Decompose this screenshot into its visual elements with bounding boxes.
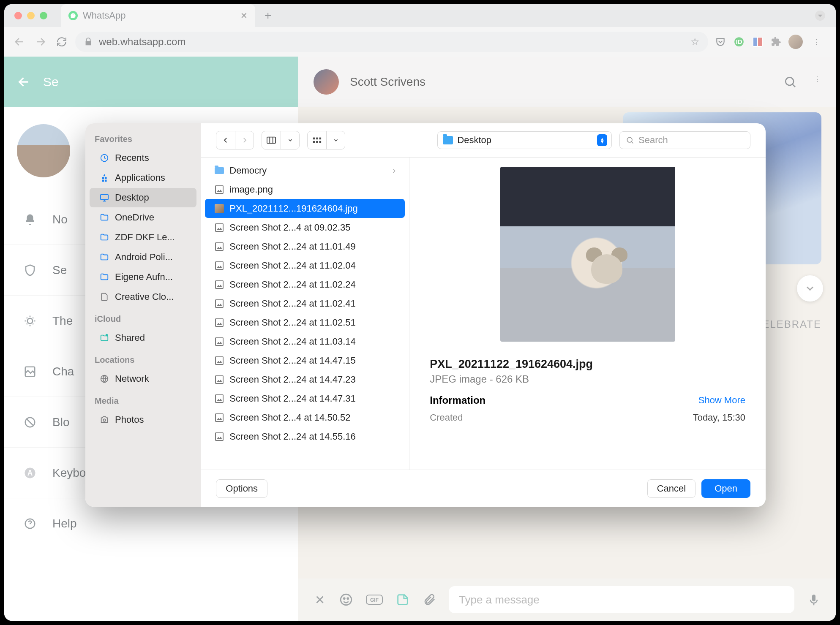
pocket-icon[interactable] xyxy=(714,35,727,48)
search-icon[interactable] xyxy=(783,75,797,89)
file-name: PXL_2021112...191624604.jpg xyxy=(229,203,357,214)
image-file-icon xyxy=(215,185,224,194)
file-row[interactable]: Screen Shot 2...24 at 11.02.24 xyxy=(205,275,405,294)
file-row[interactable]: Screen Shot 2...4 at 14.50.52 xyxy=(205,408,405,427)
sidebar-item[interactable]: ZDF DKF Le... xyxy=(90,228,196,247)
sidebar-group-favorites: Favorites xyxy=(85,134,201,144)
chat-header: Scott Scrivens ⋮ xyxy=(298,57,836,107)
search-placeholder: Search xyxy=(638,135,668,146)
close-icon[interactable] xyxy=(314,593,326,606)
theme-icon xyxy=(22,313,38,329)
svg-rect-26 xyxy=(319,138,322,140)
file-row[interactable]: Screen Shot 2...24 at 11.01.49 xyxy=(205,237,405,256)
message-input[interactable]: Type a message xyxy=(449,586,794,613)
lock-icon xyxy=(84,37,93,46)
location-dropdown[interactable]: Desktop ▴▾ xyxy=(437,131,612,149)
chevron-down-icon[interactable] xyxy=(281,131,299,149)
svg-point-20 xyxy=(106,334,108,337)
contact-name: Scott Scrivens xyxy=(350,75,425,89)
sidebar-group-media: Media xyxy=(85,396,201,406)
file-row[interactable]: Screen Shot 2...24 at 14.55.16 xyxy=(205,427,405,446)
kebab-menu-icon[interactable]: ⋮ xyxy=(809,34,824,49)
image-file-icon xyxy=(215,242,224,251)
file-row[interactable]: Screen Shot 2...24 at 11.03.14 xyxy=(205,332,405,351)
file-row[interactable]: Screen Shot 2...4 at 09.02.35 xyxy=(205,218,405,237)
file-row[interactable]: image.png xyxy=(205,180,405,199)
sidebar-item[interactable]: Eigene Aufn... xyxy=(90,267,196,287)
file-name: Democry xyxy=(229,165,267,176)
gif-icon[interactable]: GIF xyxy=(366,593,383,606)
dialog-footer: Options Cancel Open xyxy=(201,470,766,507)
sidebar-item[interactable]: Applications xyxy=(90,168,196,188)
sidebar-label: OneDrive xyxy=(115,212,154,223)
close-tab-icon[interactable]: ✕ xyxy=(240,11,248,21)
extension-icon[interactable] xyxy=(751,35,764,48)
file-name: Screen Shot 2...24 at 11.03.14 xyxy=(229,336,355,347)
file-row[interactable]: Screen Shot 2...24 at 14.47.15 xyxy=(205,351,405,370)
file-row[interactable]: Screen Shot 2...24 at 11.02.51 xyxy=(205,313,405,332)
profile-avatar[interactable] xyxy=(788,35,803,49)
svg-point-30 xyxy=(627,137,632,142)
chevron-down-icon[interactable] xyxy=(326,131,345,149)
file-list[interactable]: Democry›image.pngPXL_2021112...191624604… xyxy=(201,158,409,470)
sidebar-item[interactable]: Recents xyxy=(90,148,196,168)
svg-point-12 xyxy=(785,77,794,85)
back-icon[interactable] xyxy=(17,75,31,89)
show-more-link[interactable]: Show More xyxy=(698,395,745,406)
nav-back-icon[interactable] xyxy=(216,131,235,149)
shield-icon xyxy=(22,262,38,278)
sticker-icon[interactable] xyxy=(395,592,410,607)
settings-label: Se xyxy=(52,264,67,277)
mic-icon[interactable] xyxy=(807,593,821,606)
sidebar-item[interactable]: OneDrive xyxy=(90,208,196,227)
maximize-window-icon[interactable] xyxy=(40,12,47,19)
nav-back-icon[interactable] xyxy=(12,34,27,49)
emoji-icon[interactable] xyxy=(339,592,353,607)
contact-avatar[interactable] xyxy=(314,69,339,95)
browser-tab[interactable]: WhatsApp ✕ xyxy=(61,4,255,27)
options-button[interactable]: Options xyxy=(216,479,267,498)
browser-tabbar: WhatsApp ✕ + xyxy=(4,4,836,27)
extension-icon[interactable]: ID xyxy=(733,35,745,48)
sidebar-label: Recents xyxy=(115,152,149,163)
kebab-menu-icon[interactable]: ⋮ xyxy=(814,75,821,89)
attach-icon[interactable] xyxy=(423,593,436,606)
sidebar-item[interactable]: Creative Clo... xyxy=(90,287,196,307)
sidebar-item[interactable]: Shared xyxy=(90,328,196,348)
new-tab-icon[interactable]: + xyxy=(265,9,271,22)
sidebar-label: Applications xyxy=(115,172,165,183)
updown-icon: ▴▾ xyxy=(597,134,607,146)
minimize-window-icon[interactable] xyxy=(27,12,35,19)
sidebar-item[interactable]: Network xyxy=(90,369,196,389)
finder-toolbar: Desktop ▴▾ Search xyxy=(201,123,766,157)
view-columns-icon[interactable] xyxy=(262,131,281,149)
file-row[interactable]: Democry› xyxy=(205,161,405,180)
bookmark-star-icon[interactable]: ☆ xyxy=(690,36,700,48)
settings-title: Se xyxy=(43,75,59,89)
svg-text:GIF: GIF xyxy=(370,597,379,603)
extensions-puzzle-icon[interactable] xyxy=(770,35,783,48)
sidebar-item[interactable]: Desktop xyxy=(90,188,196,207)
file-row[interactable]: PXL_2021112...191624604.jpg xyxy=(205,199,405,218)
group-icon[interactable] xyxy=(308,131,326,149)
file-row[interactable]: Screen Shot 2...24 at 14.47.31 xyxy=(205,389,405,408)
file-row[interactable]: Screen Shot 2...24 at 11.02.41 xyxy=(205,294,405,313)
cancel-button[interactable]: Cancel xyxy=(647,479,695,498)
open-button[interactable]: Open xyxy=(701,479,750,498)
sidebar-item[interactable]: Photos xyxy=(90,410,196,429)
image-file-icon xyxy=(215,299,224,308)
address-bar[interactable]: web.whatsapp.com ☆ xyxy=(75,32,708,52)
search-input[interactable]: Search xyxy=(619,131,750,149)
location-label: Desktop xyxy=(457,135,593,146)
chevron-down-icon[interactable] xyxy=(815,10,826,21)
preview-pane: PXL_20211122_191624604.jpg JPEG image - … xyxy=(409,158,766,470)
file-row[interactable]: Screen Shot 2...24 at 11.02.04 xyxy=(205,256,405,275)
svg-rect-27 xyxy=(313,141,315,143)
close-window-icon[interactable] xyxy=(14,12,22,19)
photos-icon xyxy=(99,414,110,425)
sidebar-item[interactable]: Android Poli... xyxy=(90,247,196,267)
scroll-down-button[interactable] xyxy=(797,275,823,302)
file-name: Screen Shot 2...24 at 14.47.31 xyxy=(229,393,355,404)
reload-icon[interactable] xyxy=(54,34,69,49)
file-row[interactable]: Screen Shot 2...24 at 14.47.23 xyxy=(205,370,405,389)
